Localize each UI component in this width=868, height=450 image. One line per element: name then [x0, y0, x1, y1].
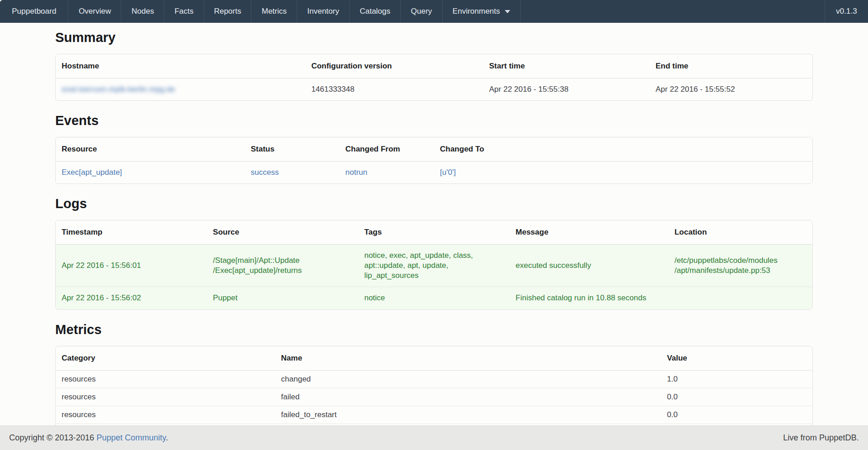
- logs-section-title: Logs: [55, 196, 813, 211]
- nav-item-facts[interactable]: Facts: [164, 0, 204, 23]
- log-tags: notice: [358, 287, 510, 309]
- copyright-period: .: [166, 433, 168, 442]
- nav-item-query[interactable]: Query: [401, 0, 442, 23]
- events-panel: Resource Status Changed From Changed To …: [55, 137, 813, 184]
- summary-col-end-time: End time: [650, 54, 813, 78]
- logs-panel: Timestamp Source Tags Message Location A…: [55, 220, 813, 309]
- summary-table: Hostname Configuration version Start tim…: [56, 54, 812, 100]
- metric-value: 0.0: [661, 406, 812, 424]
- hostname-cell: snat-tservum.mpib-berlin.mpg.de: [56, 78, 305, 100]
- log-message: executed successfully: [510, 245, 669, 287]
- nav-item-nodes[interactable]: Nodes: [121, 0, 164, 23]
- nav-item-reports[interactable]: Reports: [204, 0, 252, 23]
- event-row: Exec[apt_update] success notrun [u'0']: [56, 162, 812, 183]
- navbar-brand[interactable]: Puppetboard: [0, 0, 68, 23]
- log-row: Apr 22 2016 - 15:56:01 /Stage[main]/Apt:…: [56, 245, 812, 287]
- logs-col-message: Message: [510, 220, 669, 245]
- metric-category: resources: [56, 371, 275, 388]
- metric-category: resources: [56, 388, 275, 406]
- log-location: [669, 287, 812, 309]
- logs-col-source: Source: [207, 220, 359, 245]
- summary-header-row: Hostname Configuration version Start tim…: [56, 54, 812, 78]
- nav-item-inventory[interactable]: Inventory: [297, 0, 350, 23]
- metric-row: resources failed_to_restart 0.0: [56, 406, 812, 424]
- nav-item-overview[interactable]: Overview: [68, 0, 121, 23]
- event-changed-from-link[interactable]: notrun: [345, 168, 367, 177]
- metrics-col-category: Category: [56, 346, 275, 371]
- summary-section-title: Summary: [55, 30, 813, 45]
- summary-row: snat-tservum.mpib-berlin.mpg.de 14613333…: [56, 78, 812, 100]
- log-row: Apr 22 2016 - 15:56:02 Puppet notice Fin…: [56, 287, 812, 309]
- metric-row: resources changed 1.0: [56, 371, 812, 388]
- events-header-row: Resource Status Changed From Changed To: [56, 137, 812, 162]
- metrics-header-row: Category Name Value: [56, 346, 812, 371]
- events-section-title: Events: [55, 113, 813, 128]
- caret-down-icon: [505, 10, 510, 13]
- summary-panel: Hostname Configuration version Start tim…: [55, 54, 813, 101]
- events-col-resource: Resource: [56, 137, 245, 162]
- log-tags: notice, exec, apt_update, class, apt::up…: [358, 245, 510, 287]
- event-status-link[interactable]: success: [251, 168, 279, 177]
- summary-col-start-time: Start time: [483, 54, 650, 78]
- metrics-col-value: Value: [661, 346, 812, 371]
- log-timestamp: Apr 22 2016 - 15:56:02: [56, 287, 207, 309]
- logs-col-tags: Tags: [358, 220, 510, 245]
- config-version-cell: 1461333348: [305, 78, 483, 100]
- end-time-cell: Apr 22 2016 - 15:55:52: [650, 78, 813, 100]
- environments-label: Environments: [453, 7, 500, 16]
- events-col-changed-to: Changed To: [434, 137, 812, 162]
- summary-col-config-version: Configuration version: [305, 54, 483, 78]
- metrics-col-name: Name: [275, 346, 661, 371]
- metrics-section-title: Metrics: [55, 322, 813, 337]
- nav-item-metrics[interactable]: Metrics: [251, 0, 297, 23]
- metric-value: 0.0: [661, 388, 812, 406]
- report-page: Summary Hostname Configuration version S…: [55, 30, 813, 443]
- footer-status-text: Live from PuppetDB.: [783, 433, 859, 443]
- summary-col-hostname: Hostname: [56, 54, 305, 78]
- event-resource-link[interactable]: Exec[apt_update]: [62, 168, 122, 177]
- puppet-community-link[interactable]: Puppet Community: [96, 433, 166, 442]
- nav-item-catalogs[interactable]: Catalogs: [350, 0, 401, 23]
- log-source: /Stage[main]/Apt::Update /Exec[apt_updat…: [207, 245, 359, 287]
- logs-col-timestamp: Timestamp: [56, 220, 207, 245]
- footer: Copyright © 2013-2016 Puppet Community. …: [0, 425, 868, 450]
- event-changed-to-link[interactable]: [u'0']: [440, 168, 456, 177]
- metric-name: changed: [275, 371, 661, 388]
- log-message: Finished catalog run in 10.88 seconds: [510, 287, 669, 309]
- navbar: Puppetboard Overview Nodes Facts Reports…: [0, 0, 868, 23]
- events-col-changed-from: Changed From: [340, 137, 434, 162]
- events-col-status: Status: [245, 137, 340, 162]
- log-location: /etc/puppetlabs/code/modules /apt/manife…: [669, 245, 812, 287]
- hostname-link[interactable]: snat-tservum.mpib-berlin.mpg.de: [62, 85, 175, 94]
- metric-name: failed: [275, 388, 661, 406]
- version-badge: v0.1.3: [825, 0, 868, 23]
- navbar-spacer: [521, 0, 825, 23]
- log-timestamp: Apr 22 2016 - 15:56:01: [56, 245, 207, 287]
- logs-header-row: Timestamp Source Tags Message Location: [56, 220, 812, 245]
- logs-table: Timestamp Source Tags Message Location A…: [56, 220, 812, 309]
- nav-item-environments-dropdown[interactable]: Environments: [443, 0, 521, 23]
- metric-value: 1.0: [661, 371, 812, 388]
- logs-col-location: Location: [669, 220, 812, 245]
- start-time-cell: Apr 22 2016 - 15:55:38: [483, 78, 650, 100]
- metric-category: resources: [56, 406, 275, 424]
- footer-copyright: Copyright © 2013-2016 Puppet Community.: [9, 433, 168, 443]
- copyright-text: Copyright © 2013-2016: [9, 433, 96, 442]
- log-source: Puppet: [207, 287, 359, 309]
- metric-name: failed_to_restart: [275, 406, 661, 424]
- metric-row: resources failed 0.0: [56, 388, 812, 406]
- events-table: Resource Status Changed From Changed To …: [56, 137, 812, 183]
